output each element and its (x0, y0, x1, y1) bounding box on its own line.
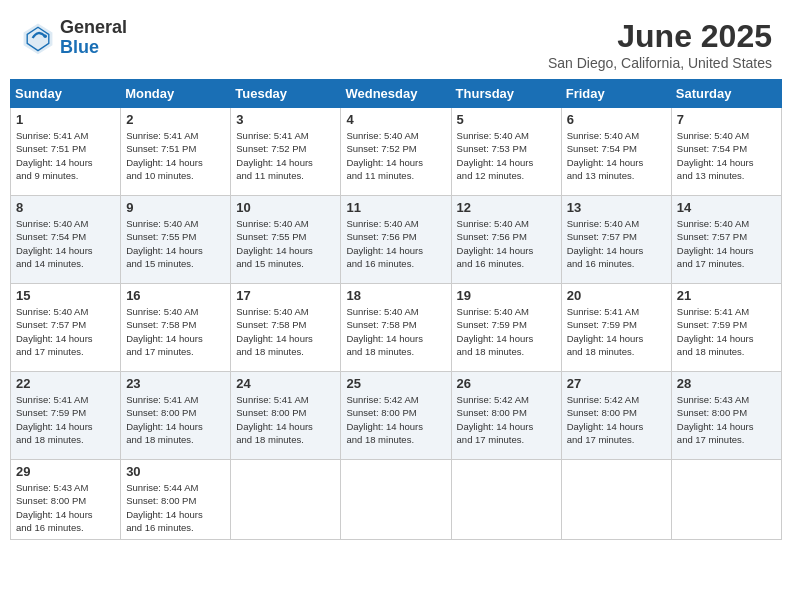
calendar-cell: 13Sunrise: 5:40 AM Sunset: 7:57 PM Dayli… (561, 196, 671, 284)
day-number: 17 (236, 288, 335, 303)
day-number: 29 (16, 464, 115, 479)
day-number: 14 (677, 200, 776, 215)
calendar-cell: 1Sunrise: 5:41 AM Sunset: 7:51 PM Daylig… (11, 108, 121, 196)
calendar-cell (341, 460, 451, 540)
day-number: 22 (16, 376, 115, 391)
day-info: Sunrise: 5:40 AM Sunset: 7:58 PM Dayligh… (236, 305, 335, 358)
svg-point-2 (43, 34, 47, 38)
calendar-cell: 29Sunrise: 5:43 AM Sunset: 8:00 PM Dayli… (11, 460, 121, 540)
weekday-header-friday: Friday (561, 80, 671, 108)
week-row-1: 1Sunrise: 5:41 AM Sunset: 7:51 PM Daylig… (11, 108, 782, 196)
day-number: 27 (567, 376, 666, 391)
logo-general-text: General (60, 18, 127, 38)
weekday-header-wednesday: Wednesday (341, 80, 451, 108)
day-info: Sunrise: 5:40 AM Sunset: 7:56 PM Dayligh… (346, 217, 445, 270)
page-header: General Blue June 2025 San Diego, Califo… (10, 10, 782, 75)
calendar-cell: 30Sunrise: 5:44 AM Sunset: 8:00 PM Dayli… (121, 460, 231, 540)
day-info: Sunrise: 5:40 AM Sunset: 7:54 PM Dayligh… (16, 217, 115, 270)
day-info: Sunrise: 5:40 AM Sunset: 7:54 PM Dayligh… (567, 129, 666, 182)
calendar-cell (231, 460, 341, 540)
day-info: Sunrise: 5:43 AM Sunset: 8:00 PM Dayligh… (677, 393, 776, 446)
day-number: 10 (236, 200, 335, 215)
day-info: Sunrise: 5:40 AM Sunset: 7:55 PM Dayligh… (236, 217, 335, 270)
day-number: 20 (567, 288, 666, 303)
day-info: Sunrise: 5:41 AM Sunset: 7:52 PM Dayligh… (236, 129, 335, 182)
day-info: Sunrise: 5:41 AM Sunset: 7:51 PM Dayligh… (126, 129, 225, 182)
day-info: Sunrise: 5:41 AM Sunset: 7:59 PM Dayligh… (16, 393, 115, 446)
week-row-4: 22Sunrise: 5:41 AM Sunset: 7:59 PM Dayli… (11, 372, 782, 460)
calendar-subtitle: San Diego, California, United States (548, 55, 772, 71)
day-info: Sunrise: 5:40 AM Sunset: 7:58 PM Dayligh… (346, 305, 445, 358)
calendar-cell: 27Sunrise: 5:42 AM Sunset: 8:00 PM Dayli… (561, 372, 671, 460)
day-number: 25 (346, 376, 445, 391)
weekday-header-row: SundayMondayTuesdayWednesdayThursdayFrid… (11, 80, 782, 108)
calendar-cell: 4Sunrise: 5:40 AM Sunset: 7:52 PM Daylig… (341, 108, 451, 196)
calendar-cell: 14Sunrise: 5:40 AM Sunset: 7:57 PM Dayli… (671, 196, 781, 284)
calendar-cell: 5Sunrise: 5:40 AM Sunset: 7:53 PM Daylig… (451, 108, 561, 196)
calendar-title: June 2025 (548, 18, 772, 55)
day-info: Sunrise: 5:40 AM Sunset: 7:57 PM Dayligh… (567, 217, 666, 270)
day-number: 1 (16, 112, 115, 127)
day-number: 6 (567, 112, 666, 127)
weekday-header-monday: Monday (121, 80, 231, 108)
weekday-header-tuesday: Tuesday (231, 80, 341, 108)
day-number: 26 (457, 376, 556, 391)
day-number: 23 (126, 376, 225, 391)
day-info: Sunrise: 5:43 AM Sunset: 8:00 PM Dayligh… (16, 481, 115, 534)
day-info: Sunrise: 5:41 AM Sunset: 8:00 PM Dayligh… (126, 393, 225, 446)
day-info: Sunrise: 5:44 AM Sunset: 8:00 PM Dayligh… (126, 481, 225, 534)
day-number: 21 (677, 288, 776, 303)
day-info: Sunrise: 5:40 AM Sunset: 7:57 PM Dayligh… (16, 305, 115, 358)
day-info: Sunrise: 5:42 AM Sunset: 8:00 PM Dayligh… (457, 393, 556, 446)
day-number: 18 (346, 288, 445, 303)
week-row-3: 15Sunrise: 5:40 AM Sunset: 7:57 PM Dayli… (11, 284, 782, 372)
calendar-cell: 21Sunrise: 5:41 AM Sunset: 7:59 PM Dayli… (671, 284, 781, 372)
day-info: Sunrise: 5:40 AM Sunset: 7:58 PM Dayligh… (126, 305, 225, 358)
day-number: 16 (126, 288, 225, 303)
day-info: Sunrise: 5:42 AM Sunset: 8:00 PM Dayligh… (567, 393, 666, 446)
calendar-cell: 8Sunrise: 5:40 AM Sunset: 7:54 PM Daylig… (11, 196, 121, 284)
day-number: 7 (677, 112, 776, 127)
logo-icon (20, 20, 56, 56)
day-info: Sunrise: 5:40 AM Sunset: 7:53 PM Dayligh… (457, 129, 556, 182)
day-info: Sunrise: 5:40 AM Sunset: 7:52 PM Dayligh… (346, 129, 445, 182)
calendar-cell: 25Sunrise: 5:42 AM Sunset: 8:00 PM Dayli… (341, 372, 451, 460)
day-info: Sunrise: 5:40 AM Sunset: 7:56 PM Dayligh… (457, 217, 556, 270)
day-info: Sunrise: 5:40 AM Sunset: 7:55 PM Dayligh… (126, 217, 225, 270)
calendar-cell: 24Sunrise: 5:41 AM Sunset: 8:00 PM Dayli… (231, 372, 341, 460)
day-number: 28 (677, 376, 776, 391)
day-number: 13 (567, 200, 666, 215)
weekday-header-sunday: Sunday (11, 80, 121, 108)
calendar-table: SundayMondayTuesdayWednesdayThursdayFrid… (10, 79, 782, 540)
day-info: Sunrise: 5:42 AM Sunset: 8:00 PM Dayligh… (346, 393, 445, 446)
calendar-cell (671, 460, 781, 540)
day-number: 30 (126, 464, 225, 479)
calendar-cell: 17Sunrise: 5:40 AM Sunset: 7:58 PM Dayli… (231, 284, 341, 372)
day-info: Sunrise: 5:41 AM Sunset: 7:51 PM Dayligh… (16, 129, 115, 182)
calendar-cell: 11Sunrise: 5:40 AM Sunset: 7:56 PM Dayli… (341, 196, 451, 284)
day-info: Sunrise: 5:41 AM Sunset: 7:59 PM Dayligh… (567, 305, 666, 358)
calendar-cell: 15Sunrise: 5:40 AM Sunset: 7:57 PM Dayli… (11, 284, 121, 372)
calendar-cell: 2Sunrise: 5:41 AM Sunset: 7:51 PM Daylig… (121, 108, 231, 196)
calendar-cell: 12Sunrise: 5:40 AM Sunset: 7:56 PM Dayli… (451, 196, 561, 284)
weekday-header-saturday: Saturday (671, 80, 781, 108)
day-info: Sunrise: 5:40 AM Sunset: 7:59 PM Dayligh… (457, 305, 556, 358)
calendar-cell: 22Sunrise: 5:41 AM Sunset: 7:59 PM Dayli… (11, 372, 121, 460)
weekday-header-thursday: Thursday (451, 80, 561, 108)
logo: General Blue (20, 18, 127, 58)
day-number: 8 (16, 200, 115, 215)
logo-blue-text: Blue (60, 38, 127, 58)
day-number: 15 (16, 288, 115, 303)
calendar-cell: 7Sunrise: 5:40 AM Sunset: 7:54 PM Daylig… (671, 108, 781, 196)
day-number: 9 (126, 200, 225, 215)
calendar-cell: 6Sunrise: 5:40 AM Sunset: 7:54 PM Daylig… (561, 108, 671, 196)
calendar-cell (561, 460, 671, 540)
day-number: 11 (346, 200, 445, 215)
day-info: Sunrise: 5:41 AM Sunset: 7:59 PM Dayligh… (677, 305, 776, 358)
day-number: 12 (457, 200, 556, 215)
calendar-cell: 28Sunrise: 5:43 AM Sunset: 8:00 PM Dayli… (671, 372, 781, 460)
calendar-cell: 16Sunrise: 5:40 AM Sunset: 7:58 PM Dayli… (121, 284, 231, 372)
calendar-cell: 19Sunrise: 5:40 AM Sunset: 7:59 PM Dayli… (451, 284, 561, 372)
calendar-cell: 20Sunrise: 5:41 AM Sunset: 7:59 PM Dayli… (561, 284, 671, 372)
week-row-2: 8Sunrise: 5:40 AM Sunset: 7:54 PM Daylig… (11, 196, 782, 284)
